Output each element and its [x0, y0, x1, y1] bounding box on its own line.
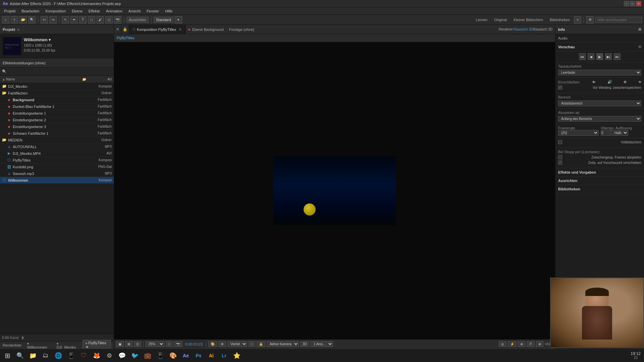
render-list-label[interactable]: Renderliste: [3, 343, 21, 347]
motion-blur-btn[interactable]: ◎: [499, 341, 506, 347]
taskbar-ps[interactable]: Ps: [193, 350, 205, 362]
maximize-button[interactable]: □: [630, 1, 635, 6]
list-item[interactable]: ■ Einstellungsebene 1 Farbfläch: [0, 110, 114, 117]
fullscreen-cb[interactable]: [558, 140, 562, 144]
overlay-icon[interactable]: ⊕: [624, 80, 627, 84]
toolbar-ausrichten[interactable]: Ausrichten: [126, 17, 149, 23]
viewer-region-btn[interactable]: ▣: [116, 341, 124, 347]
menu-ansicht[interactable]: Ansicht: [126, 8, 143, 14]
tab-komposition[interactable]: ⬡ Komposition FlyByTitles ✕: [129, 25, 185, 34]
menu-komposition[interactable]: Komposition: [43, 8, 68, 14]
toolbar-settings[interactable]: ⚙: [586, 16, 594, 23]
comp-size-btn[interactable]: □: [249, 341, 255, 347]
menu-ebene[interactable]: Ebene: [69, 8, 85, 14]
tint-btn[interactable]: ⚙: [218, 341, 226, 347]
keyboard-select[interactable]: Leertaste: [558, 70, 641, 75]
view-select[interactable]: ViertelHalbVoll: [227, 341, 247, 347]
effects-section[interactable]: Effekte und Vorgaben: [555, 168, 644, 177]
framerate-select[interactable]: (25): [558, 130, 599, 136]
minimize-button[interactable]: −: [624, 1, 629, 6]
list-item[interactable]: ■ Dunkel-Blau Farbfläche 1 Farbfläch: [0, 103, 114, 110]
viewer-grid-btn[interactable]: ⊞: [125, 341, 132, 347]
taskbar-search[interactable]: 🔍: [14, 350, 26, 362]
quality-select[interactable]: HalbVollViertel: [611, 130, 628, 136]
viewer-close-btn[interactable]: ✕: [114, 25, 121, 34]
list-item[interactable]: ■ Einstellungsebene 3 Farbfläch: [0, 123, 114, 130]
list-item[interactable]: 📂 MEDIEN Ordner: [0, 137, 114, 143]
taskbar-files[interactable]: 📁: [27, 350, 39, 362]
file-search-input[interactable]: [8, 70, 112, 74]
toolbar-search[interactable]: 🔍: [28, 16, 36, 23]
renderer-value[interactable]: Klassisch 3D: [514, 27, 533, 31]
toolbar-redo[interactable]: ↪: [49, 16, 57, 23]
preview-expand-icon[interactable]: ⊞: [638, 45, 641, 49]
list-item[interactable]: 🖼 Kursbild.png PNG-Dat: [0, 164, 114, 170]
zwischensp-cb[interactable]: [558, 155, 562, 159]
search-input[interactable]: [595, 17, 642, 23]
ansi-select[interactable]: 1 Ansi...: [311, 341, 333, 347]
vor-wiederg-cb[interactable]: [558, 85, 562, 89]
extra-btn[interactable]: ⊕: [536, 341, 543, 347]
menu-hilfe[interactable]: Hilfe: [162, 8, 175, 14]
taskbar-gear[interactable]: ⚙: [103, 350, 115, 362]
tab-audio[interactable]: Audio: [558, 36, 568, 40]
flyby-tab[interactable]: FlyByTitles: [117, 36, 135, 40]
taskbar-messenger[interactable]: 💬: [116, 350, 128, 362]
taskbar-creative[interactable]: 🎨: [167, 350, 179, 362]
toolbar-shape[interactable]: □: [88, 16, 95, 23]
taskbar-shield[interactable]: 🛡: [78, 350, 90, 362]
ausrichten-section[interactable]: Ausrichten: [555, 177, 644, 185]
workspace-menu[interactable]: ▾: [175, 16, 182, 23]
taskbar-ae[interactable]: Ae: [180, 350, 192, 362]
list-item[interactable]: 📁 DJI_Mexiko Komposi: [0, 83, 114, 90]
delete-icon[interactable]: 🗑: [21, 336, 24, 340]
menu-bearbeiten[interactable]: Bearbeiten: [19, 8, 42, 14]
menu-projekt[interactable]: Projekt: [1, 8, 18, 14]
list-item[interactable]: ■ Einstellungsebene 2 Farbfläch: [0, 117, 114, 123]
audio-icon[interactable]: 🔊: [607, 80, 612, 84]
tab-preview[interactable]: Vorschau: [558, 45, 575, 49]
toolbar-select[interactable]: ↖: [62, 16, 69, 23]
view-3d-btn[interactable]: 3D: [300, 341, 309, 347]
toolbar-undo[interactable]: ↩: [41, 16, 48, 23]
play-from-select[interactable]: Anfang des Bereichs: [558, 116, 641, 122]
workspace-more[interactable]: »: [574, 16, 581, 23]
taskbar-firefox[interactable]: 🦊: [91, 350, 103, 362]
skip-to-end-btn[interactable]: ⏭: [614, 53, 621, 60]
menu-fenster[interactable]: Fenster: [144, 8, 162, 14]
list-item[interactable]: ♫ AUTOUNFALL MP3: [0, 143, 114, 150]
taskbar-whatsapp[interactable]: 📱: [154, 350, 166, 362]
play-btn[interactable]: ▶: [596, 53, 603, 60]
list-item[interactable]: ▶ DJI_Mexiko.MP4 AVI: [0, 150, 114, 157]
workspace-standard[interactable]: Standard: [154, 17, 173, 23]
render-mode-btn[interactable]: ⚡: [508, 341, 517, 347]
skip-to-start-btn[interactable]: ⏮: [579, 53, 586, 60]
fps-btn[interactable]: ⏱: [527, 341, 535, 347]
project-dropdown-icon[interactable]: ▾: [49, 38, 51, 42]
toolbar-new[interactable]: +: [11, 16, 18, 23]
menu-effekte[interactable]: Effekte: [86, 8, 103, 14]
step-back-btn[interactable]: ◀: [588, 53, 594, 60]
workspace-kleiner[interactable]: Kleiner Bildschirm: [511, 17, 546, 22]
toolbar-pen[interactable]: ✒: [70, 16, 78, 23]
list-item[interactable]: ■ Background Farbfläch: [0, 97, 114, 103]
eye-icon[interactable]: 👁: [592, 80, 596, 84]
toolbar-text[interactable]: T: [79, 16, 87, 23]
camera-select[interactable]: Aktive Kamera: [267, 341, 299, 347]
taskbar-facebook[interactable]: 💼: [142, 350, 154, 362]
motion-blur-icon[interactable]: ≋: [638, 80, 641, 84]
workspace-bibliotheken[interactable]: Bibliotheken: [547, 17, 573, 22]
project-menu-icon[interactable]: ≡: [17, 27, 19, 32]
toolbar-home[interactable]: ⌂: [2, 16, 9, 23]
viewer-lock-btn[interactable]: 🔒: [121, 25, 129, 34]
taskbar-phone[interactable]: 📱: [65, 350, 77, 362]
toolbar-brush[interactable]: 🖌: [97, 16, 104, 23]
taskbar-edge[interactable]: 🌐: [52, 350, 64, 362]
zeitp-cb[interactable]: [558, 161, 562, 165]
panel-expand-icon[interactable]: ⊞: [638, 27, 641, 32]
list-item[interactable]: ♫ Swoosh.mp3 MP3: [0, 170, 114, 177]
tab-close-icon[interactable]: ✕: [179, 27, 181, 31]
comp-btn[interactable]: □: [166, 341, 172, 347]
bibliotheken-section[interactable]: Bibliotheken: [555, 185, 644, 193]
footage-tab[interactable]: Footage (ohne): [226, 25, 257, 34]
